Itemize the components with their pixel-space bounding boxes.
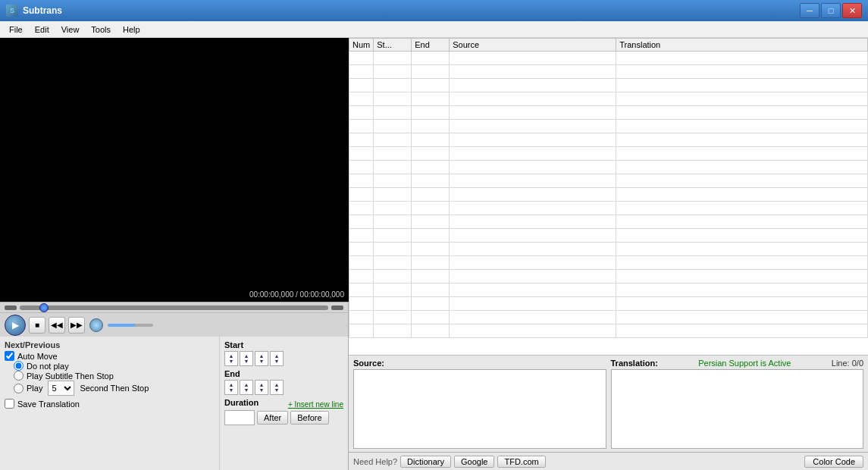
end-arrows-4: ▲▼ (274, 382, 280, 393)
insert-new-line-link[interactable]: + Insert new line (288, 400, 343, 409)
end-spin-4[interactable]: ▲▼ (270, 380, 284, 395)
start-arrows-1: ▲▼ (229, 353, 234, 364)
next-icon: ▶▶ (71, 321, 83, 329)
end-controls: ▲▼ ▲▼ ▲▼ ▲▼ (224, 380, 343, 395)
end-spin-2[interactable]: ▲▼ (240, 380, 253, 395)
bottom-left-area: Next/Previous Auto Move Do not play Play… (0, 337, 348, 470)
start-label: Start (224, 340, 343, 349)
minimize-button[interactable]: ─ (800, 3, 819, 18)
save-translation-label: Save Translation (17, 400, 80, 409)
menu-file[interactable]: File (3, 24, 29, 36)
menu-view[interactable]: View (55, 24, 86, 36)
google-button[interactable]: Google (454, 456, 494, 468)
controls-bar: ▶ ■ ◀◀ ▶▶ (0, 312, 348, 337)
need-help-label: Need Help? (353, 457, 397, 466)
menu-edit[interactable]: Edit (29, 24, 55, 36)
seek-bar-container (0, 302, 348, 312)
volume-icon[interactable] (89, 318, 103, 332)
window-controls: ─ □ ✕ (800, 3, 862, 18)
source-textarea[interactable] (353, 369, 606, 449)
play-n-radio[interactable] (14, 384, 24, 393)
translation-textarea[interactable] (611, 369, 864, 449)
table-row (349, 297, 868, 311)
auto-move-label: Auto Move (17, 352, 58, 361)
start-controls: ▲▼ ▲▼ ▲▼ ▲▼ (224, 351, 343, 366)
duration-input[interactable] (224, 410, 255, 425)
tfd-button[interactable]: TFD.com (497, 456, 545, 468)
start-arrows-3: ▲▼ (259, 353, 265, 364)
play-button[interactable]: ▶ (5, 315, 26, 336)
footer-bar: Need Help? Dictionary Google TFD.com Col… (349, 452, 868, 470)
start-spin-4[interactable]: ▲▼ (270, 351, 284, 366)
app-title: Subtrans (23, 5, 62, 16)
menu-bar: File Edit View Tools Help (0, 21, 868, 38)
stop-button[interactable]: ■ (29, 317, 45, 334)
close-button[interactable]: ✕ (842, 3, 862, 18)
do-not-play-row: Do not play (14, 361, 215, 371)
next-prev-label: Next/Previous (5, 340, 215, 349)
save-translation-row: Save Translation (5, 399, 215, 409)
do-not-play-label: Do not play (27, 362, 69, 371)
do-not-play-radio[interactable] (14, 361, 24, 371)
subtitle-table: Num St... End Source Translation (349, 38, 868, 338)
play-subtitle-label: Play Subtitle Then Stop (27, 371, 114, 381)
play-seconds-select[interactable]: 5 3 10 (48, 381, 74, 396)
right-panel: Num St... End Source Translation (349, 38, 868, 470)
table-row (349, 120, 868, 133)
next-prev-section: Next/Previous Auto Move Do not play Play… (0, 337, 219, 470)
table-row (349, 188, 868, 202)
table-row (349, 284, 868, 297)
maximize-button[interactable]: □ (821, 3, 841, 18)
color-code-button[interactable]: Color Code (804, 456, 863, 468)
end-arrows-3: ▲▼ (259, 382, 265, 393)
video-timestamp: 00:00:00,000 / 00:00:00,000 (249, 290, 344, 299)
subtitle-table-container[interactable]: Num St... End Source Translation (349, 38, 868, 355)
table-row (349, 147, 868, 161)
table-row (349, 311, 868, 324)
duration-label: Duration (224, 398, 259, 407)
line-info-label: Line: 0/0 (832, 359, 863, 368)
main-content: 00:00:00,000 / 00:00:00,000 ▶ ■ ◀◀ ▶▶ (0, 38, 868, 470)
table-row (349, 256, 868, 270)
source-label: Source: (353, 359, 606, 368)
prev-button[interactable]: ◀◀ (49, 317, 65, 334)
end-spin-1[interactable]: ▲▼ (224, 380, 238, 395)
col-header-source: Source (450, 39, 616, 52)
translation-label-row: Translation: Persian Support is Active L… (611, 359, 864, 368)
start-arrows-2: ▲▼ (244, 353, 249, 364)
menu-help[interactable]: Help (117, 24, 146, 36)
app-icon: S (6, 5, 18, 17)
after-before-row: After Before (224, 410, 343, 425)
end-label: End (224, 369, 343, 378)
save-translation-checkbox[interactable] (5, 399, 14, 409)
table-row (349, 174, 868, 188)
before-button[interactable]: Before (290, 411, 328, 425)
start-spin-3[interactable]: ▲▼ (255, 351, 268, 366)
play-label: Play (27, 384, 42, 393)
auto-move-row: Auto Move (5, 351, 215, 361)
end-spin-3[interactable]: ▲▼ (255, 380, 268, 395)
next-button[interactable]: ▶▶ (68, 317, 85, 334)
source-editor-col: Source: (353, 359, 606, 449)
table-row (349, 92, 868, 106)
seek-thumb[interactable] (39, 303, 49, 312)
start-spin-2[interactable]: ▲▼ (240, 351, 253, 366)
volume-slider[interactable] (108, 324, 153, 327)
col-header-translation: Translation (616, 39, 868, 52)
prev-icon: ◀◀ (51, 321, 63, 329)
after-button[interactable]: After (257, 411, 288, 425)
video-area: 00:00:00,000 / 00:00:00,000 (0, 38, 349, 302)
auto-move-checkbox[interactable] (5, 351, 14, 361)
start-spin-1[interactable]: ▲▼ (224, 351, 238, 366)
translation-label: Translation: (611, 359, 658, 368)
footer-left: Need Help? Dictionary Google TFD.com (353, 456, 546, 468)
stop-icon: ■ (35, 321, 39, 329)
table-row (349, 133, 868, 147)
timing-section: Start ▲▼ ▲▼ ▲▼ ▲▼ End (219, 337, 348, 470)
play-subtitle-radio[interactable] (14, 371, 24, 381)
seek-right-marker (331, 306, 343, 310)
table-row (349, 243, 868, 256)
seek-bar[interactable] (20, 306, 328, 310)
menu-tools[interactable]: Tools (85, 24, 117, 36)
dictionary-button[interactable]: Dictionary (400, 456, 451, 468)
